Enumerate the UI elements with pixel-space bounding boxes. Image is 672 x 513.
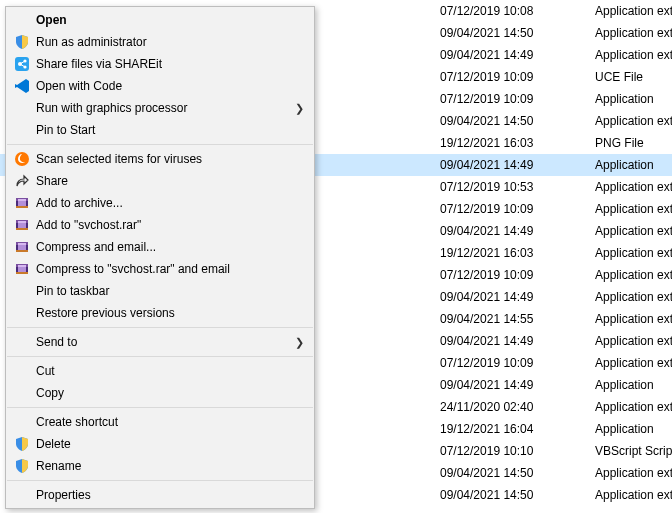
blank-icon xyxy=(12,121,32,139)
menu-item[interactable]: Share files via SHAREit xyxy=(6,53,314,75)
menu-item-label: Restore previous versions xyxy=(32,306,304,320)
file-type: Application extens... xyxy=(595,290,672,304)
file-date: 09/04/2021 14:55 xyxy=(440,312,595,326)
menu-item[interactable]: Restore previous versions xyxy=(6,302,314,324)
file-date: 07/12/2019 10:09 xyxy=(440,202,595,216)
svg-rect-10 xyxy=(18,199,26,201)
menu-item[interactable]: Share xyxy=(6,170,314,192)
menu-item-label: Add to archive... xyxy=(32,196,304,210)
menu-item-label: Pin to taskbar xyxy=(32,284,304,298)
menu-item-label: Run as administrator xyxy=(32,35,304,49)
menu-item[interactable]: Cut xyxy=(6,360,314,382)
file-type: Application extens... xyxy=(595,268,672,282)
file-date: 07/12/2019 10:10 xyxy=(440,444,595,458)
avast-icon xyxy=(12,150,32,168)
menu-item[interactable]: Rename xyxy=(6,455,314,477)
menu-item-label: Pin to Start xyxy=(32,123,304,137)
file-date: 07/12/2019 10:09 xyxy=(440,356,595,370)
blank-icon xyxy=(12,333,32,351)
file-date: 07/12/2019 10:08 xyxy=(440,4,595,18)
menu-item[interactable]: Pin to taskbar xyxy=(6,280,314,302)
menu-item[interactable]: Add to "svchost.rar" xyxy=(6,214,314,236)
menu-item-label: Add to "svchost.rar" xyxy=(32,218,304,232)
menu-item-label: Open with Code xyxy=(32,79,304,93)
svg-rect-16 xyxy=(16,228,28,230)
menu-item[interactable]: Compress to "svchost.rar" and email xyxy=(6,258,314,280)
menu-item-label: Compress to "svchost.rar" and email xyxy=(32,262,304,276)
menu-item[interactable]: Copy xyxy=(6,382,314,404)
svg-rect-15 xyxy=(18,221,26,223)
file-date: 09/04/2021 14:49 xyxy=(440,158,595,172)
svg-rect-20 xyxy=(18,243,26,245)
menu-item-label: Rename xyxy=(32,459,304,473)
blank-icon xyxy=(12,99,32,117)
file-date: 09/04/2021 14:49 xyxy=(440,290,595,304)
file-type: Application extens... xyxy=(595,48,672,62)
file-type: Application xyxy=(595,92,672,106)
menu-item[interactable]: Send to❯ xyxy=(6,331,314,353)
menu-separator xyxy=(7,144,313,145)
menu-item[interactable]: Open with Code xyxy=(6,75,314,97)
context-menu: OpenRun as administratorShare files via … xyxy=(5,6,315,509)
menu-item-label: Run with graphics processor xyxy=(32,101,290,115)
file-date: 09/04/2021 14:50 xyxy=(440,26,595,40)
blank-icon xyxy=(12,486,32,504)
menu-item-label: Copy xyxy=(32,386,304,400)
menu-item[interactable]: Open xyxy=(6,9,314,31)
blank-icon xyxy=(12,362,32,380)
menu-item[interactable]: Properties xyxy=(6,484,314,506)
menu-item-label: Delete xyxy=(32,437,304,451)
file-type: Application extens... xyxy=(595,202,672,216)
blank-icon xyxy=(12,282,32,300)
shield-icon xyxy=(12,457,32,475)
file-date: 24/11/2020 02:40 xyxy=(440,400,595,414)
chevron-right-icon: ❯ xyxy=(290,102,304,115)
svg-rect-25 xyxy=(18,265,26,267)
menu-item-label: Share xyxy=(32,174,304,188)
menu-item[interactable]: Delete xyxy=(6,433,314,455)
winrar-icon xyxy=(12,260,32,278)
file-type: Application extens... xyxy=(595,356,672,370)
file-date: 07/12/2019 10:09 xyxy=(440,268,595,282)
menu-item[interactable]: Add to archive... xyxy=(6,192,314,214)
menu-item-label: Open xyxy=(32,13,304,27)
shareit-icon xyxy=(12,55,32,73)
file-date: 07/12/2019 10:09 xyxy=(440,70,595,84)
file-date: 09/04/2021 14:49 xyxy=(440,48,595,62)
file-date: 09/04/2021 14:50 xyxy=(440,114,595,128)
shield-icon xyxy=(12,435,32,453)
menu-item[interactable]: Pin to Start xyxy=(6,119,314,141)
file-type: Application extens... xyxy=(595,334,672,348)
winrar-icon xyxy=(12,216,32,234)
file-type: Application extens... xyxy=(595,180,672,194)
menu-separator xyxy=(7,480,313,481)
file-date: 19/12/2021 16:03 xyxy=(440,136,595,150)
menu-item[interactable]: Create shortcut xyxy=(6,411,314,433)
file-type: Application extens... xyxy=(595,466,672,480)
menu-separator xyxy=(7,407,313,408)
menu-item[interactable]: Scan selected items for viruses xyxy=(6,148,314,170)
svg-rect-11 xyxy=(16,206,28,208)
file-type: Application xyxy=(595,378,672,392)
chevron-right-icon: ❯ xyxy=(290,336,304,349)
menu-item[interactable]: Run as administrator xyxy=(6,31,314,53)
vscode-icon xyxy=(12,77,32,95)
file-date: 19/12/2021 16:04 xyxy=(440,422,595,436)
svg-point-6 xyxy=(15,152,29,166)
shield-icon xyxy=(12,33,32,51)
file-type: UCE File xyxy=(595,70,672,84)
blank-icon xyxy=(12,304,32,322)
file-date: 09/04/2021 14:49 xyxy=(440,224,595,238)
menu-item-label: Cut xyxy=(32,364,304,378)
menu-item[interactable]: Run with graphics processor❯ xyxy=(6,97,314,119)
menu-item-label: Create shortcut xyxy=(32,415,304,429)
blank-icon xyxy=(12,11,32,29)
menu-item-label: Properties xyxy=(32,488,304,502)
file-date: 09/04/2021 14:50 xyxy=(440,488,595,502)
file-type: Application extens... xyxy=(595,114,672,128)
file-type: Application xyxy=(595,158,672,172)
menu-item-label: Scan selected items for viruses xyxy=(32,152,304,166)
file-type: Application extens... xyxy=(595,26,672,40)
menu-item[interactable]: Compress and email... xyxy=(6,236,314,258)
svg-rect-26 xyxy=(16,272,28,274)
